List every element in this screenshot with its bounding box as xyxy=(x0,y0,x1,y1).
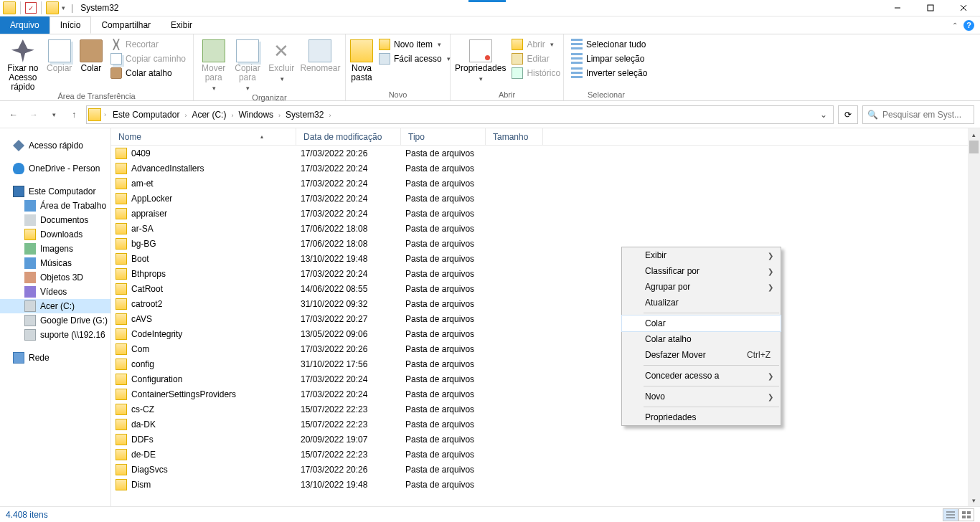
rename-button[interactable]: Renomear xyxy=(300,37,341,73)
context-item[interactable]: Conceder acesso a❯ xyxy=(622,368,781,384)
nav-recent-button[interactable]: ▾ xyxy=(46,107,62,123)
tree-item[interactable]: Acer (C:) xyxy=(0,299,110,313)
table-row[interactable]: de-DE15/07/2022 22:23Pasta de arquivos xyxy=(111,447,980,462)
tree-item[interactable]: Google Drive (G:) xyxy=(0,313,110,328)
table-row[interactable]: DDFs20/09/2022 19:07Pasta de arquivos xyxy=(111,432,980,447)
tree-network[interactable]: Rede xyxy=(0,351,110,365)
history-button[interactable]: Histórico xyxy=(509,67,563,80)
maximize-button[interactable] xyxy=(914,0,947,16)
vertical-scrollbar[interactable]: ▴ ▾ xyxy=(968,128,980,506)
column-name[interactable]: Nome▴ xyxy=(111,128,296,145)
qat-folder-icon[interactable] xyxy=(46,1,59,14)
tree-quick-access[interactable]: Acesso rápido xyxy=(0,138,110,153)
copy-button[interactable]: Copiar xyxy=(44,37,75,73)
copy-to-button[interactable]: Copiar para▾ xyxy=(232,37,263,93)
close-button[interactable] xyxy=(947,0,980,16)
table-row[interactable]: catroot231/10/2022 09:32Pasta de arquivo… xyxy=(111,296,980,311)
new-folder-button[interactable]: Nova pasta xyxy=(350,37,373,82)
open-button[interactable]: Abrir▾ xyxy=(509,38,563,51)
tab-home[interactable]: Início xyxy=(50,16,92,34)
column-date[interactable]: Data de modificação xyxy=(296,128,401,145)
table-row[interactable]: am-et17/03/2022 20:24Pasta de arquivos xyxy=(111,176,980,191)
select-all-button[interactable]: Selecionar tudo xyxy=(568,38,650,51)
scroll-down-icon[interactable]: ▾ xyxy=(968,494,980,506)
scroll-thumb[interactable] xyxy=(969,141,979,153)
select-none-button[interactable]: Limpar seleção xyxy=(568,52,650,65)
qat-dropdown-icon[interactable]: ▾ xyxy=(62,4,65,11)
edit-button[interactable]: Editar xyxy=(509,52,563,65)
scroll-up-icon[interactable]: ▴ xyxy=(968,128,980,141)
table-row[interactable]: Com17/03/2022 20:26Pasta de arquivos xyxy=(111,341,980,356)
address-bar[interactable]: › Este Computador›Acer (C:)›Windows›Syst… xyxy=(86,105,834,124)
context-item[interactable]: Colar xyxy=(622,315,781,331)
context-item[interactable]: Novo❯ xyxy=(622,389,781,404)
move-to-button[interactable]: Mover para▾ xyxy=(198,37,229,93)
column-type[interactable]: Tipo xyxy=(401,128,486,145)
column-headers[interactable]: Nome▴ Data de modificação Tipo Tamanho xyxy=(111,128,980,146)
invert-selection-button[interactable]: Inverter seleção xyxy=(568,67,650,80)
table-row[interactable]: Bthprops17/03/2022 20:24Pasta de arquivo… xyxy=(111,266,980,281)
easy-access-button[interactable]: Fácil acesso▾ xyxy=(376,52,453,65)
nav-tree[interactable]: Acesso rápido OneDrive - Person Este Com… xyxy=(0,128,111,506)
tab-share[interactable]: Compartilhar xyxy=(91,16,161,34)
context-item[interactable]: Colar atalho xyxy=(622,331,781,347)
tree-this-pc[interactable]: Este Computador xyxy=(0,184,110,199)
table-row[interactable]: Configuration17/03/2022 20:24Pasta de ar… xyxy=(111,371,980,386)
new-item-button[interactable]: Novo item▾ xyxy=(376,38,453,51)
help-icon[interactable]: ? xyxy=(963,20,974,31)
table-row[interactable]: cs-CZ15/07/2022 22:23Pasta de arquivos xyxy=(111,402,980,417)
context-item[interactable]: Propriedades xyxy=(622,409,781,425)
table-row[interactable]: Dism13/10/2022 19:48Pasta de arquivos xyxy=(111,477,980,492)
tree-onedrive[interactable]: OneDrive - Person xyxy=(0,161,110,176)
table-row[interactable]: config31/10/2022 17:56Pasta de arquivos xyxy=(111,356,980,371)
nav-forward-button[interactable]: → xyxy=(26,107,42,123)
context-item[interactable]: Desfazer MoverCtrl+Z xyxy=(622,347,781,363)
minimize-button[interactable] xyxy=(881,0,914,16)
tree-item[interactable]: Área de Trabalho xyxy=(0,199,110,213)
delete-button[interactable]: ✕Excluir▾ xyxy=(266,37,297,84)
table-row[interactable]: CatRoot14/06/2022 08:55Pasta de arquivos xyxy=(111,281,980,296)
chevron-right-icon[interactable]: › xyxy=(327,112,332,119)
tree-item[interactable]: Downloads xyxy=(0,227,110,242)
breadcrumb-item[interactable]: Acer (C:) xyxy=(188,110,230,120)
tree-item[interactable]: Vídeos xyxy=(0,285,110,299)
paste-button[interactable]: Colar xyxy=(77,37,105,73)
context-item[interactable]: Exibir❯ xyxy=(622,247,781,263)
tree-item[interactable]: Objetos 3D xyxy=(0,270,110,285)
context-item[interactable]: Classificar por❯ xyxy=(622,263,781,279)
chevron-right-icon[interactable]: › xyxy=(103,111,108,118)
tree-item[interactable]: Imagens xyxy=(0,242,110,256)
search-input[interactable]: 🔍 Pesquisar em Syst... xyxy=(862,105,974,124)
tree-item[interactable]: Documentos xyxy=(0,213,110,227)
view-details-button[interactable] xyxy=(943,508,958,521)
pin-quick-access-button[interactable]: Fixar no Acesso rápido xyxy=(4,37,42,92)
table-row[interactable]: CodeIntegrity13/05/2022 09:06Pasta de ar… xyxy=(111,326,980,341)
view-large-icons-button[interactable] xyxy=(958,508,974,521)
nav-back-button[interactable]: ← xyxy=(6,107,22,123)
table-row[interactable]: ContainerSettingsProviders17/03/2022 20:… xyxy=(111,386,980,402)
table-row[interactable]: ar-SA17/06/2022 18:08Pasta de arquivos xyxy=(111,221,980,236)
breadcrumb-item[interactable]: Windows xyxy=(235,110,277,120)
address-dropdown-icon[interactable]: ⌄ xyxy=(816,110,831,120)
table-row[interactable]: cAVS17/03/2022 20:27Pasta de arquivos xyxy=(111,311,980,326)
context-item[interactable]: Agrupar por❯ xyxy=(622,279,781,295)
tab-view[interactable]: Exibir xyxy=(161,16,202,34)
refresh-button[interactable]: ⟳ xyxy=(838,105,858,124)
context-item[interactable]: Atualizar xyxy=(622,295,781,310)
table-row[interactable]: Boot13/10/2022 19:48Pasta de arquivos xyxy=(111,251,980,266)
column-size[interactable]: Tamanho xyxy=(486,128,543,145)
tree-item[interactable]: suporte (\\192.16 xyxy=(0,328,110,342)
copy-path-button[interactable]: Copiar caminho xyxy=(108,52,189,65)
breadcrumb-item[interactable]: Este Computador xyxy=(109,110,183,120)
breadcrumb-item[interactable]: System32 xyxy=(282,110,327,120)
nav-up-button[interactable]: ↑ xyxy=(66,107,82,123)
paste-shortcut-button[interactable]: Colar atalho xyxy=(108,67,189,80)
cut-button[interactable]: Recortar xyxy=(108,38,189,51)
ribbon-collapse-icon[interactable]: ⌃ xyxy=(952,22,958,29)
file-list[interactable]: Nome▴ Data de modificação Tipo Tamanho 0… xyxy=(111,128,980,506)
table-row[interactable]: 040917/03/2022 20:26Pasta de arquivos xyxy=(111,146,980,161)
table-row[interactable]: AppLocker17/03/2022 20:24Pasta de arquiv… xyxy=(111,191,980,206)
table-row[interactable]: appraiser17/03/2022 20:24Pasta de arquiv… xyxy=(111,206,980,221)
tab-file[interactable]: Arquivo xyxy=(0,16,50,34)
properties-button[interactable]: Propriedades▾ xyxy=(455,37,506,84)
